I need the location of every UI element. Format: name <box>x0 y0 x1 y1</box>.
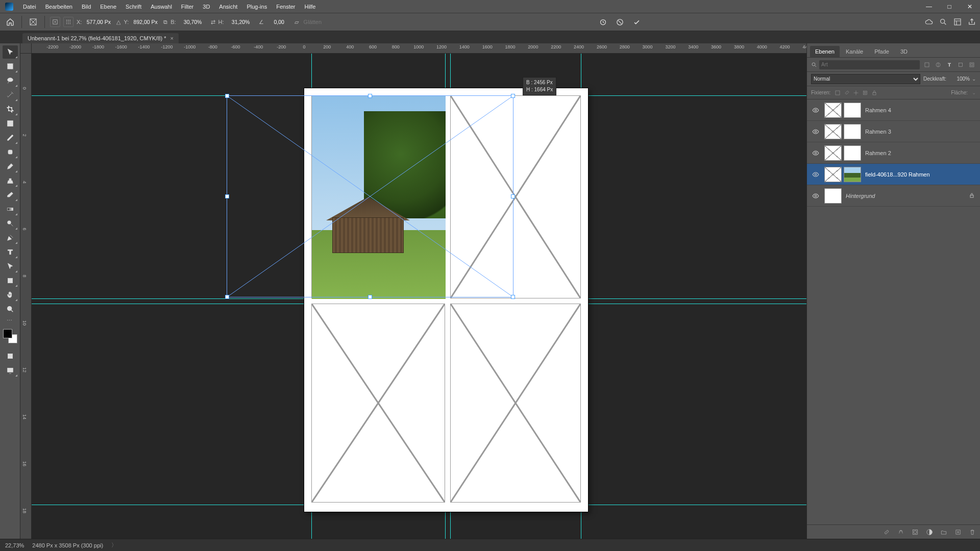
skew-icon[interactable]: ▱ <box>295 19 299 26</box>
window-close[interactable]: ✕ <box>960 3 980 10</box>
document-page[interactable] <box>304 88 588 512</box>
menu-item-datei[interactable]: Datei <box>18 4 41 10</box>
layer-search-input[interactable] <box>819 60 920 69</box>
layer-lock-indicator[interactable] <box>969 192 976 199</box>
layer-style-icon[interactable] <box>897 529 904 536</box>
opacity-value[interactable]: 100% <box>948 76 970 82</box>
link-layers-icon[interactable] <box>883 529 890 536</box>
link-wh-icon[interactable]: ⧉ <box>163 19 167 26</box>
type-tool[interactable] <box>3 245 18 259</box>
layer-visibility-toggle[interactable] <box>811 127 820 136</box>
menu-item-fenster[interactable]: Fenster <box>272 4 300 10</box>
magic-wand-tool[interactable] <box>3 88 18 102</box>
lock-image-icon[interactable] <box>844 90 850 96</box>
height-field[interactable]: H: <box>218 17 256 27</box>
lock-all-icon[interactable] <box>871 90 877 96</box>
frame-tool[interactable] <box>3 117 18 130</box>
eyedropper-tool[interactable] <box>3 131 18 144</box>
menu-item-auswahl[interactable]: Auswahl <box>146 4 177 10</box>
layer-row[interactable]: Hintergrund <box>807 185 980 207</box>
panel-tab-ebenen[interactable]: Ebenen <box>810 46 840 57</box>
move-tool[interactable] <box>3 45 18 59</box>
doc-info-chevron-icon[interactable]: 〉 <box>111 541 117 549</box>
canvas-area[interactable]: -2200-2000-1800-1600-1400-1200-1000-800-… <box>20 43 806 539</box>
menu-item-hilfe[interactable]: Hilfe <box>300 4 320 10</box>
lasso-tool[interactable] <box>3 74 18 87</box>
brush-tool[interactable] <box>3 160 18 173</box>
new-layer-icon[interactable] <box>954 529 962 536</box>
foreground-color-swatch[interactable] <box>3 329 12 338</box>
angle-input[interactable] <box>267 17 291 27</box>
screen-mode-tool[interactable] <box>3 364 18 377</box>
layer-visibility-toggle[interactable] <box>811 148 820 158</box>
layer-row[interactable]: Rahmen 2 <box>807 142 980 164</box>
frame-top-left[interactable] <box>311 95 445 298</box>
window-maximize[interactable]: □ <box>939 3 960 10</box>
layer-name[interactable]: field-40618...920 Rahmen <box>865 171 965 178</box>
zoom-readout[interactable]: 22,73% <box>5 542 24 548</box>
layer-name[interactable]: Hintergrund <box>846 193 965 199</box>
y-input[interactable] <box>131 17 160 27</box>
layer-visibility-toggle[interactable] <box>811 170 820 179</box>
reference-point-toggle[interactable] <box>50 17 60 27</box>
tab-close-icon[interactable]: × <box>170 35 174 41</box>
lock-transparency-icon[interactable] <box>835 90 841 96</box>
layer-row[interactable]: field-40618...920 Rahmen <box>807 164 980 185</box>
zoom-tool[interactable] <box>3 303 18 316</box>
gradient-tool[interactable] <box>3 203 18 216</box>
width-field[interactable]: B: <box>170 17 207 27</box>
x-position-field[interactable]: X: <box>77 17 113 27</box>
shape-tool[interactable] <box>3 274 18 287</box>
menu-item-ebene[interactable]: Ebene <box>95 4 121 10</box>
transform-handle[interactable] <box>225 94 229 98</box>
commit-icon[interactable] <box>633 18 641 26</box>
group-icon[interactable] <box>940 529 947 536</box>
crop-tool[interactable] <box>3 103 18 116</box>
workspace-icon[interactable] <box>953 18 962 26</box>
eraser-tool[interactable] <box>3 188 18 202</box>
quickmask-tool[interactable] <box>3 349 18 363</box>
layer-name[interactable]: Rahmen 4 <box>865 107 965 113</box>
link-icon[interactable]: ⇄ <box>211 19 215 26</box>
horizontal-ruler[interactable]: -2200-2000-1800-1600-1400-1200-1000-800-… <box>32 43 806 54</box>
hand-tool[interactable] <box>3 288 18 302</box>
color-swatch[interactable] <box>3 329 17 343</box>
healing-brush-tool[interactable] <box>3 145 18 159</box>
transform-icon[interactable] <box>27 16 39 28</box>
layer-name[interactable]: Rahmen 2 <box>865 150 965 156</box>
frame-bottom-right[interactable] <box>450 304 581 503</box>
filter-type-icon[interactable] <box>945 61 953 69</box>
dodge-tool[interactable] <box>3 217 18 230</box>
marquee-tool[interactable] <box>3 60 18 73</box>
layer-visibility-toggle[interactable] <box>811 191 820 201</box>
menu-item-3d[interactable]: 3D <box>198 4 214 10</box>
cloud-icon[interactable] <box>925 18 933 26</box>
layer-mask-icon[interactable] <box>912 529 919 536</box>
layer-visibility-toggle[interactable] <box>811 106 820 115</box>
smooth-label[interactable]: Glätten <box>304 19 322 25</box>
ruler-corner[interactable] <box>20 43 32 54</box>
layer-search[interactable] <box>811 60 920 69</box>
clone-stamp-tool[interactable] <box>3 174 18 187</box>
panel-tab-3d[interactable]: 3D <box>895 46 913 57</box>
menu-item-bild[interactable]: Bild <box>77 4 95 10</box>
pen-tool[interactable] <box>3 231 18 244</box>
reference-grid[interactable] <box>63 17 74 27</box>
search-icon[interactable] <box>939 18 947 26</box>
menu-item-bearbeiten[interactable]: Bearbeiten <box>41 4 77 10</box>
opacity-dropdown-icon[interactable]: ⌄ <box>972 76 976 82</box>
transform-handle[interactable] <box>225 194 229 198</box>
filter-adjust-icon[interactable] <box>934 61 942 69</box>
blend-mode-select[interactable]: Normal <box>811 74 920 84</box>
window-minimize[interactable]: — <box>919 3 939 10</box>
share-icon[interactable] <box>968 18 976 26</box>
filter-shape-icon[interactable] <box>957 61 965 69</box>
frame-top-right[interactable] <box>450 95 581 298</box>
document-tab[interactable]: Unbenannt-1 bei 22,7% (field-406181_1920… <box>22 33 179 43</box>
layer-row[interactable]: Rahmen 3 <box>807 121 980 142</box>
edit-toolbar-icon[interactable]: ⋯ <box>3 317 18 324</box>
placed-image[interactable] <box>312 96 446 299</box>
panel-tab-kanäle[interactable]: Kanäle <box>841 46 868 57</box>
layers-list[interactable]: Rahmen 4Rahmen 3Rahmen 2field-40618...92… <box>807 99 980 524</box>
reset-icon[interactable] <box>599 18 607 26</box>
